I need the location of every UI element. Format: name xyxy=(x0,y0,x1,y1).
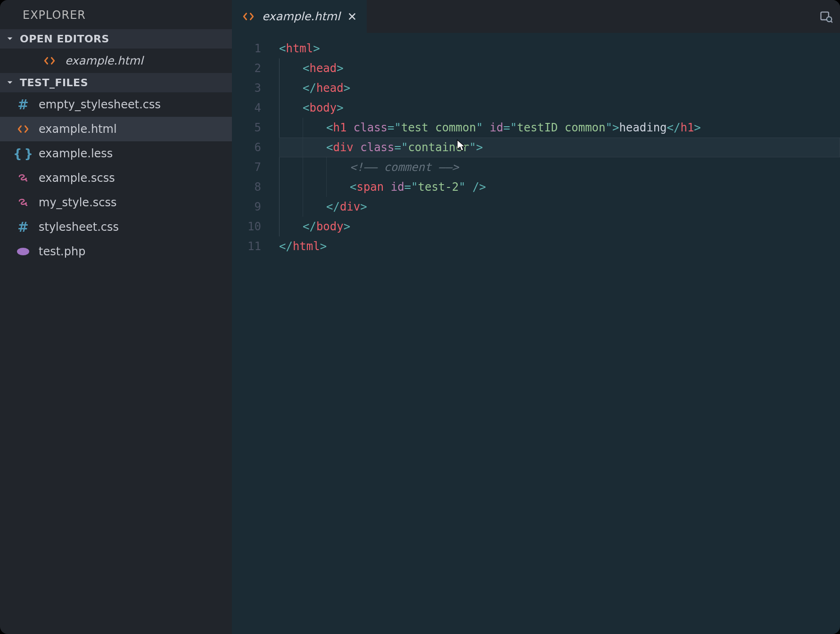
explorer-title: EXPLORER xyxy=(0,0,232,29)
file-row[interactable]: # empty_stylesheet.css xyxy=(0,92,232,117)
code-line[interactable]: <h1 class="test common" id="testID commo… xyxy=(279,118,840,138)
code-line[interactable]: </div> xyxy=(279,197,840,217)
code-content[interactable]: <html><head></head><body><h1 class="test… xyxy=(279,33,840,634)
line-number: 2 xyxy=(232,58,261,78)
line-number: 6 xyxy=(232,138,261,157)
file-label: test.php xyxy=(39,245,85,258)
open-editors-label: OPEN EDITORS xyxy=(20,33,109,45)
php-icon xyxy=(16,244,30,259)
open-editor-item[interactable]: example.html xyxy=(0,49,232,73)
sass-icon xyxy=(16,195,30,210)
line-number: 5 xyxy=(232,118,261,138)
code-line[interactable]: <div class="container"> xyxy=(279,138,840,157)
line-number: 1 xyxy=(232,39,261,58)
file-row[interactable]: example.html xyxy=(0,117,232,141)
file-label: example.less xyxy=(39,147,113,160)
file-label: stylesheet.css xyxy=(39,220,119,234)
hash-icon: # xyxy=(16,220,30,234)
file-row[interactable]: { } example.less xyxy=(0,141,232,166)
code-line[interactable]: </head> xyxy=(279,78,840,98)
file-label: example.scss xyxy=(39,171,115,185)
code-line[interactable]: <body> xyxy=(279,98,840,118)
editor-tab-label: example.html xyxy=(262,10,340,23)
file-label: my_style.scss xyxy=(39,196,116,209)
editor-tab[interactable]: example.html xyxy=(232,0,367,33)
code-line[interactable]: <head> xyxy=(279,58,840,78)
folder-section-header[interactable]: TEST_FILES xyxy=(0,73,232,92)
file-label: empty_stylesheet.css xyxy=(39,98,161,111)
tab-bar: example.html xyxy=(232,0,840,33)
line-number: 8 xyxy=(232,177,261,197)
line-number: 10 xyxy=(232,217,261,236)
explorer-sidebar: EXPLORER OPEN EDITORS example.html TEST_… xyxy=(0,0,232,634)
open-editors-section-header[interactable]: OPEN EDITORS xyxy=(0,29,232,49)
file-label: example.html xyxy=(39,122,117,136)
code-line[interactable]: </html> xyxy=(279,236,840,256)
code-line[interactable]: <html> xyxy=(279,39,840,58)
line-number: 3 xyxy=(232,78,261,98)
line-number: 11 xyxy=(232,236,261,256)
hash-icon: # xyxy=(16,98,30,112)
chevron-down-icon xyxy=(7,79,14,87)
svg-line-3 xyxy=(831,21,833,23)
file-row[interactable]: # stylesheet.css xyxy=(0,215,232,239)
line-number-gutter: 1234567891011 xyxy=(232,33,279,634)
folder-label: TEST_FILES xyxy=(20,77,88,89)
close-icon[interactable] xyxy=(348,12,356,21)
code-editor[interactable]: 1234567891011 <html><head></head><body><… xyxy=(232,33,840,634)
file-row[interactable]: test.php xyxy=(0,239,232,264)
code-line[interactable]: <span id="test-2" /> xyxy=(279,177,840,197)
file-row[interactable]: my_style.scss xyxy=(0,190,232,215)
line-number: 7 xyxy=(232,157,261,177)
code-line[interactable]: <!—— comment ——> xyxy=(279,157,840,177)
line-number: 9 xyxy=(232,197,261,217)
code-line[interactable]: </body> xyxy=(279,217,840,236)
preview-icon[interactable] xyxy=(812,0,840,33)
file-row[interactable]: example.scss xyxy=(0,166,232,190)
braces-icon: { } xyxy=(16,146,30,161)
svg-point-0 xyxy=(17,248,29,255)
line-number: 4 xyxy=(232,98,261,118)
chevron-down-icon xyxy=(7,35,14,43)
html-icon xyxy=(42,54,57,68)
html-icon xyxy=(16,122,30,136)
open-editor-item-label: example.html xyxy=(65,54,143,67)
html-icon xyxy=(242,10,255,23)
editor-area: example.html 1234567891011 <html><head><… xyxy=(232,0,840,634)
sass-icon xyxy=(16,171,30,185)
